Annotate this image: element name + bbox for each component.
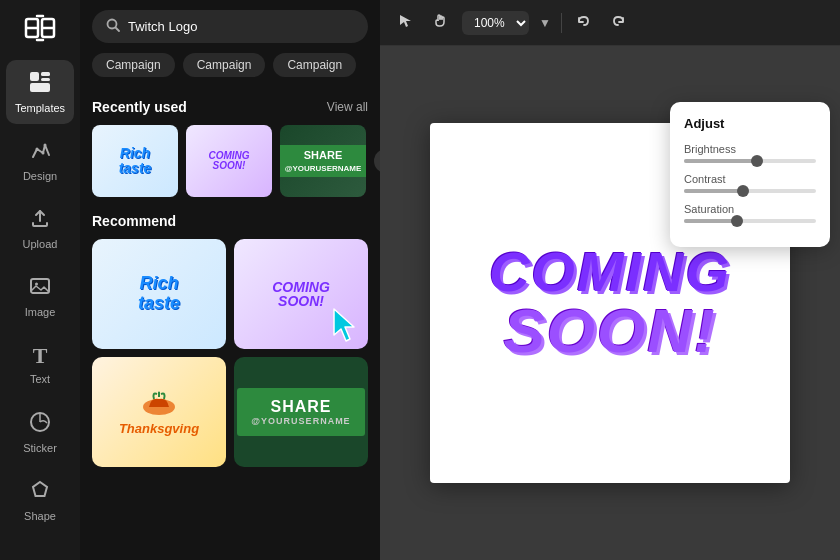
undo-button[interactable] (572, 9, 596, 37)
svg-point-9 (42, 151, 45, 154)
toolbar-divider (561, 13, 562, 33)
search-input[interactable]: Twitch Logo (128, 19, 354, 34)
recently-used-header: Recently used View all (92, 99, 368, 115)
thanksgiving-decoration (139, 389, 179, 417)
recently-used-item-2[interactable]: SHARE@YOURUSERNAME (280, 125, 366, 197)
recommend-item-0[interactable]: Richtaste (92, 239, 226, 349)
share-label-large: SHARE @YOURUSERNAME (237, 388, 364, 436)
brightness-thumb[interactable] (751, 155, 763, 167)
saturation-fill (684, 219, 737, 223)
sticker-icon (29, 411, 51, 438)
sidebar-item-upload[interactable]: Upload (6, 196, 74, 260)
sidebar-item-upload-label: Upload (23, 238, 58, 250)
recommend-item-1[interactable]: COMINGSOON! (234, 239, 368, 349)
search-input-wrap[interactable]: Twitch Logo (92, 10, 368, 43)
canvas-main: COMING SOON! Adjust Brightness Contrast (380, 46, 840, 560)
image-icon (29, 275, 51, 302)
svg-marker-18 (400, 15, 411, 27)
soon-text: SOON! (489, 300, 731, 362)
view-all-link[interactable]: View all (327, 100, 368, 114)
filter-tags: Campaign Campaign Campaign (80, 53, 380, 87)
recommend-item-2[interactable]: Thanksgving (92, 357, 226, 467)
recently-used-row: Richtaste COMINGSOON! SHARE@YOURUSERNAME… (92, 125, 368, 197)
filter-tag-2[interactable]: Campaign (273, 53, 356, 77)
saturation-slider[interactable] (684, 219, 816, 223)
svg-rect-4 (30, 72, 39, 81)
upload-icon (29, 207, 51, 234)
rich-taste-label-small: Richtaste (119, 146, 152, 177)
contrast-slider[interactable] (684, 189, 816, 193)
svg-rect-7 (30, 83, 50, 92)
sidebar-item-sticker[interactable]: Sticker (6, 400, 74, 464)
search-bar: Twitch Logo (80, 0, 380, 53)
svg-rect-5 (41, 72, 50, 76)
svg-point-12 (35, 282, 38, 285)
adjust-panel: Adjust Brightness Contrast Saturation (670, 102, 830, 247)
svg-marker-16 (334, 309, 354, 341)
rich-taste-label-large: Richtaste (138, 274, 180, 314)
design-icon (29, 139, 51, 166)
svg-point-10 (44, 143, 47, 146)
contrast-fill (684, 189, 743, 193)
templates-panel: Twitch Logo Campaign Campaign Campaign R… (80, 0, 380, 560)
svg-line-15 (116, 28, 120, 32)
sidebar-item-sticker-label: Sticker (23, 442, 57, 454)
canvas-toolbar: 100% ▼ (380, 0, 840, 46)
contrast-label: Contrast (684, 173, 816, 185)
recommend-header: Recommend (92, 213, 368, 229)
cursor-icon (332, 307, 364, 345)
recommend-item-3[interactable]: SHARE @YOURUSERNAME (234, 357, 368, 467)
sidebar: Templates Design Upload (0, 0, 80, 560)
sidebar-item-shape[interactable]: Shape (6, 468, 74, 532)
select-tool-button[interactable] (394, 9, 418, 37)
coming-soon-canvas-text: COMING SOON! (489, 244, 731, 362)
brightness-row: Brightness (684, 143, 816, 163)
share-label-small: SHARE@YOURUSERNAME (280, 145, 366, 177)
text-icon: T (33, 343, 48, 369)
filter-tag-0[interactable]: Campaign (92, 53, 175, 77)
recently-used-title: Recently used (92, 99, 187, 115)
sidebar-item-image-label: Image (25, 306, 56, 318)
hand-tool-button[interactable] (428, 9, 452, 37)
coming-soon-label-large: COMINGSOON! (272, 280, 330, 308)
sidebar-item-templates[interactable]: Templates (6, 60, 74, 124)
redo-button[interactable] (606, 9, 630, 37)
svg-point-8 (36, 147, 39, 150)
svg-rect-11 (31, 279, 49, 293)
saturation-row: Saturation (684, 203, 816, 223)
app-logo (20, 8, 60, 48)
coming-text: COMING (489, 244, 731, 300)
saturation-label: Saturation (684, 203, 816, 215)
shape-icon (29, 479, 51, 506)
brightness-slider[interactable] (684, 159, 816, 163)
sidebar-item-text-label: Text (30, 373, 50, 385)
templates-icon (29, 71, 51, 98)
sidebar-item-design[interactable]: Design (6, 128, 74, 192)
svg-rect-6 (41, 78, 50, 81)
recommend-grid: Richtaste COMINGSOON! (92, 239, 368, 467)
recommend-title: Recommend (92, 213, 176, 229)
sidebar-item-shape-label: Shape (24, 510, 56, 522)
coming-soon-label-small: COMINGSOON! (208, 151, 249, 171)
thanksgiving-label: Thanksgving (119, 421, 199, 436)
search-icon (106, 18, 120, 35)
filter-tag-1[interactable]: Campaign (183, 53, 266, 77)
canvas-area: 100% ▼ COMING SOON! Adjust (380, 0, 840, 560)
panel-content: Recently used View all Richtaste COMINGS… (80, 87, 380, 560)
contrast-row: Contrast (684, 173, 816, 193)
adjust-title: Adjust (684, 116, 816, 131)
contrast-thumb[interactable] (737, 185, 749, 197)
sidebar-item-templates-label: Templates (15, 102, 65, 114)
recently-used-item-0[interactable]: Richtaste (92, 125, 178, 197)
sidebar-item-design-label: Design (23, 170, 57, 182)
sidebar-item-text[interactable]: T Text (6, 332, 74, 396)
canvas-zoom-label: ▼ (539, 16, 551, 30)
saturation-thumb[interactable] (731, 215, 743, 227)
zoom-select[interactable]: 100% (462, 11, 529, 35)
brightness-fill (684, 159, 757, 163)
sidebar-item-image[interactable]: Image (6, 264, 74, 328)
brightness-label: Brightness (684, 143, 816, 155)
recently-used-item-1[interactable]: COMINGSOON! (186, 125, 272, 197)
